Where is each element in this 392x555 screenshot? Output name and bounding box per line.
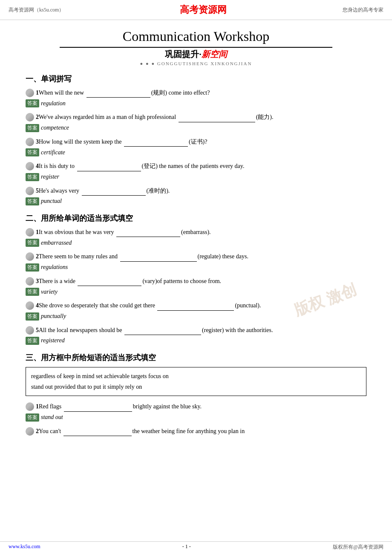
a2-1-text: embarrassed xyxy=(41,240,72,246)
header-right: 您身边的高考专家 xyxy=(343,6,383,14)
subtitle-banner: 巩固提升·新空间 ● ● ● GONGGUTISHENG XINKONGJIAN xyxy=(26,47,366,66)
header-center: 高考资源网 xyxy=(180,3,227,16)
blank-1-4 xyxy=(77,171,141,171)
q2-4-text: 4She drove so desperately that she could… xyxy=(36,301,366,310)
a1-4-text: register xyxy=(41,173,59,180)
q1-5-text: 5He's always very (准时的). xyxy=(36,186,366,196)
q3-1-text: 1Red flags brightly against the blue sky… xyxy=(36,402,366,411)
q2-4-icon xyxy=(26,301,34,310)
a2-3-badge: 答案 xyxy=(26,288,39,296)
phrase-box: regardless of keep in mind set achievabl… xyxy=(26,367,366,396)
header-left: 高考资源网（ks5u.com） xyxy=(9,6,64,14)
a2-4-row: 答案 punctually xyxy=(26,312,366,321)
q2-5-icon xyxy=(26,326,34,335)
section3-heading: 三、用方框中所给短语的适当形式填空 xyxy=(26,353,366,363)
blank-1-2 xyxy=(179,122,255,122)
blank-2-1 xyxy=(116,237,180,237)
q1-1-text: 1When will the new (规则) come into effect… xyxy=(36,88,366,98)
a2-4-text: punctually xyxy=(41,313,66,320)
a2-3-row: 答案 variety xyxy=(26,288,366,296)
q1-2-row: 2We've always regarded him as a man of h… xyxy=(26,113,366,122)
q2-1-icon xyxy=(26,228,34,237)
q2-4-row: 4She drove so desperately that she could… xyxy=(26,301,366,310)
a1-5-text: punctual xyxy=(41,198,62,205)
phrase-box-line2: stand out provided that to put it simply… xyxy=(31,382,361,392)
blank-1-5 xyxy=(82,195,146,196)
q2-3-text: 3There is a wide (vary)of patterns to ch… xyxy=(36,277,366,286)
a1-1-text: regulation xyxy=(41,100,66,107)
footer-right: 版权所有@高考资源网 xyxy=(333,543,383,551)
a2-2-badge: 答案 xyxy=(26,263,39,272)
blank-3-1 xyxy=(64,411,132,412)
subtitle-main: 巩固提升·新空间 xyxy=(165,49,227,59)
q3-2-row: 2You can't the weather being fine for an… xyxy=(26,427,366,436)
a1-3-text: certificate xyxy=(41,149,65,156)
q3-2-text: 2You can't the weather being fine for an… xyxy=(36,427,366,436)
q1-4-text: 4It is his duty to (登记) the names of the… xyxy=(36,162,366,171)
q1-3-row: 3How long will the system keep the (证书)? xyxy=(26,137,366,147)
q1-4-row: 4It is his duty to (登记) the names of the… xyxy=(26,162,366,171)
blank-2-3 xyxy=(78,286,141,286)
a1-3-badge: 答案 xyxy=(26,148,39,156)
q2-1-text: 1It was obvious that he was very (embarr… xyxy=(36,228,366,237)
q2-5-row: 5All the local newspapers should be (reg… xyxy=(26,326,366,335)
q2-2-icon xyxy=(26,252,34,261)
blank-1-3 xyxy=(124,146,188,147)
blank-3-2 xyxy=(63,436,132,436)
q2-1-row: 1It was obvious that he was very (embarr… xyxy=(26,228,366,237)
a2-1-badge: 答案 xyxy=(26,239,39,247)
blank-2-5 xyxy=(124,335,201,335)
subtitle-text: 巩固提升·新空间 xyxy=(26,49,366,60)
a2-4-badge: 答案 xyxy=(26,312,39,321)
blank-2-2 xyxy=(120,261,197,262)
a1-2-row: 答案 competence xyxy=(26,124,366,132)
q1-4-icon xyxy=(26,162,34,171)
q1-1-row: 1When will the new (规则) come into effect… xyxy=(26,88,366,98)
a1-1-row: 答案 regulation xyxy=(26,99,366,107)
section1-heading: 一、单词拼写 xyxy=(26,74,366,84)
a1-1-badge: 答案 xyxy=(26,99,39,107)
footer-center: - 1 - xyxy=(182,543,191,551)
q1-5-icon xyxy=(26,187,34,195)
page-header: 高考资源网（ks5u.com） 高考资源网 您身边的高考专家 xyxy=(0,0,392,20)
a2-5-row: 答案 registered xyxy=(26,337,366,345)
q2-3-icon xyxy=(26,277,34,286)
a2-5-badge: 答案 xyxy=(26,337,39,345)
a1-2-badge: 答案 xyxy=(26,124,39,132)
q2-2-row: 2There seem to be many rules and (regula… xyxy=(26,252,366,261)
a1-3-row: 答案 certificate xyxy=(26,148,366,156)
q3-2-icon xyxy=(26,427,34,436)
blank-2-4 xyxy=(157,310,234,311)
q1-1-icon xyxy=(26,89,34,97)
main-content: Communication Workshop 巩固提升·新空间 ● ● ● GO… xyxy=(0,20,392,451)
a2-2-row: 答案 regulations xyxy=(26,263,366,272)
a1-4-row: 答案 register xyxy=(26,173,366,181)
q3-1-row: 1Red flags brightly against the blue sky… xyxy=(26,402,366,411)
blank-1-1 xyxy=(86,97,150,98)
a2-1-row: 答案 embarrassed xyxy=(26,239,366,247)
q1-3-text: 3How long will the system keep the (证书)? xyxy=(36,137,366,147)
subtitle-dots: ● ● ● GONGGUTISHENG XINKONGJIAN xyxy=(26,61,366,66)
q1-5-row: 5He's always very (准时的). xyxy=(26,186,366,196)
doc-title: Communication Workshop xyxy=(26,29,366,44)
a3-1-row: 答案 stand out xyxy=(26,413,366,422)
q1-2-text: 2We've always regarded him as a man of h… xyxy=(36,113,366,122)
subtitle-border xyxy=(60,47,332,48)
q2-5-text: 5All the local newspapers should be (reg… xyxy=(36,326,366,335)
q3-1-icon xyxy=(26,402,34,411)
a1-2-text: competence xyxy=(41,124,69,131)
page-footer: www.ks5u.com - 1 - 版权所有@高考资源网 xyxy=(0,541,392,551)
footer-left: www.ks5u.com xyxy=(9,543,40,551)
a1-5-row: 答案 punctual xyxy=(26,197,366,205)
a1-4-badge: 答案 xyxy=(26,173,39,181)
q2-3-row: 3There is a wide (vary)of patterns to ch… xyxy=(26,277,366,286)
phrase-box-line1: regardless of keep in mind set achievabl… xyxy=(31,371,361,382)
section2-heading: 二、用所给单词的适当形式填空 xyxy=(26,213,366,223)
a3-1-badge: 答案 xyxy=(26,413,39,422)
q2-2-text: 2There seem to be many rules and (regula… xyxy=(36,252,366,261)
a2-2-text: regulations xyxy=(41,264,68,271)
q1-3-icon xyxy=(26,138,34,146)
a1-5-badge: 答案 xyxy=(26,197,39,205)
a3-1-text: stand out xyxy=(41,414,63,421)
q1-2-icon xyxy=(26,113,34,121)
